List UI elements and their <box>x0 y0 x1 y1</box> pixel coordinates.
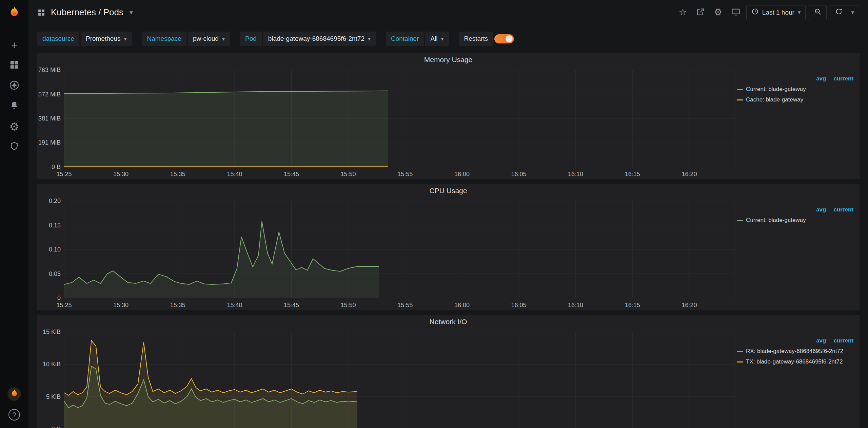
series-swatch-icon <box>737 351 743 352</box>
svg-text:15:55: 15:55 <box>397 171 413 178</box>
legend-sort-avg[interactable]: avg <box>816 337 826 344</box>
sidebar: + ⚙ <box>0 0 28 428</box>
series-name: RX: blade-gateway-68684695f6-2nt72 <box>746 348 843 355</box>
sidebar-item-server-admin[interactable] <box>7 141 21 153</box>
svg-text:16:10: 16:10 <box>568 302 583 309</box>
filter-namespace-label: Namespace <box>142 32 186 46</box>
series-swatch-icon <box>737 99 743 100</box>
navbar: Kubernetes / Pods ▾ ☆ ⚙ <box>28 0 868 25</box>
panel-cpu-usage: CPU Usage 00.050.100.150.2015:2515:3015:… <box>37 184 860 311</box>
dashboard-settings-button[interactable]: ⚙ <box>711 5 725 20</box>
panel-title[interactable]: Network I/O <box>37 315 860 329</box>
legend-sort-current[interactable]: current <box>833 206 853 213</box>
svg-text:16:05: 16:05 <box>511 171 526 178</box>
dashboards-icon <box>9 60 19 71</box>
sidebar-item-create[interactable]: + <box>7 39 21 52</box>
series-swatch-icon <box>737 361 743 362</box>
filter-pod-label: Pod <box>240 32 262 46</box>
refresh-icon <box>835 8 843 17</box>
sidebar-item-explore[interactable] <box>7 79 21 92</box>
restarts-toggle[interactable] <box>494 34 514 43</box>
filter-pod-value: blade-gateway-68684695f6-2nt72 <box>268 35 364 42</box>
svg-text:15:40: 15:40 <box>227 171 242 178</box>
shield-icon <box>9 141 19 153</box>
svg-text:15:50: 15:50 <box>341 302 356 309</box>
series-swatch-icon <box>737 220 743 221</box>
panel-memory-usage: Memory Usage 0 B191 MiB381 MiB572 MiB763… <box>37 53 860 180</box>
svg-text:763 MiB: 763 MiB <box>38 67 61 73</box>
svg-text:10 KiB: 10 KiB <box>43 361 61 368</box>
filter-pod-select[interactable]: blade-gateway-68684695f6-2nt72 ▾ <box>263 32 376 46</box>
zoom-out-button[interactable] <box>809 5 827 20</box>
zoom-out-icon <box>814 8 822 17</box>
legend-sort-avg[interactable]: avg <box>816 206 826 213</box>
divider <box>847 8 847 17</box>
svg-text:15:40: 15:40 <box>227 302 242 309</box>
cpu-usage-chart[interactable]: 00.050.100.150.2015:2515:3015:3515:4015:… <box>37 198 737 310</box>
filter-namespace-select[interactable]: pw-cloud ▾ <box>188 32 230 46</box>
chart-canvas[interactable]: 0 B191 MiB381 MiB572 MiB763 MiB15:2515:3… <box>37 67 737 179</box>
page-title: Kubernetes / Pods <box>51 7 123 18</box>
svg-text:15 KiB: 15 KiB <box>43 329 61 335</box>
panel-network-io: Network I/O 0 B5 KiB10 KiB15 KiB15:2515:… <box>37 315 860 428</box>
filter-container-select[interactable]: All ▾ <box>425 32 449 46</box>
chevron-down-icon: ▾ <box>851 9 854 16</box>
network-io-chart[interactable]: 0 B5 KiB10 KiB15 KiB15:2515:3015:3515:40… <box>37 329 737 428</box>
legend-sort-avg[interactable]: avg <box>816 75 826 82</box>
sidebar-item-dashboards[interactable] <box>7 59 21 72</box>
plus-icon: + <box>11 40 18 51</box>
gear-icon: ⚙ <box>9 121 19 132</box>
chevron-down-icon: ▾ <box>130 8 133 16</box>
panel-title[interactable]: Memory Usage <box>37 53 860 67</box>
sidebar-item-configuration[interactable]: ⚙ <box>7 120 21 133</box>
svg-text:15:45: 15:45 <box>284 171 299 178</box>
filter-container: Container All ▾ <box>386 32 449 46</box>
filter-namespace-value: pw-cloud <box>193 35 219 42</box>
time-range-picker[interactable]: Last 1 hour ▾ <box>746 5 806 20</box>
svg-text:0.15: 0.15 <box>49 222 61 229</box>
legend-item[interactable]: Cache: blade-gateway <box>737 96 853 103</box>
svg-text:16:15: 16:15 <box>625 302 640 309</box>
svg-text:16:10: 16:10 <box>568 171 583 178</box>
legend-item[interactable]: Current: blade-gateway <box>737 217 853 224</box>
help-icon: ? <box>12 411 16 419</box>
user-avatar[interactable] <box>7 387 21 401</box>
panel-title[interactable]: CPU Usage <box>37 184 860 198</box>
gear-icon: ⚙ <box>714 8 722 17</box>
cycle-view-button[interactable] <box>729 5 743 20</box>
filter-restarts: Restarts <box>459 32 514 46</box>
clock-icon <box>751 8 759 17</box>
legend: avg current Current: blade-gateway <box>737 198 860 310</box>
help-button[interactable]: ? <box>8 409 20 421</box>
legend-item[interactable]: TX: blade-gateway-68684695f6-2nt72 <box>737 358 853 365</box>
legend-sort-current[interactable]: current <box>833 75 853 82</box>
dashboard-panels: Memory Usage 0 B191 MiB381 MiB572 MiB763… <box>28 53 868 428</box>
restarts-label: Restarts <box>459 32 493 46</box>
filter-namespace: Namespace pw-cloud ▾ <box>142 32 230 46</box>
chart-canvas[interactable]: 0 B5 KiB10 KiB15 KiB15:2515:3015:3515:40… <box>37 329 737 428</box>
svg-text:0: 0 <box>57 295 61 301</box>
svg-text:0.10: 0.10 <box>49 246 61 253</box>
legend-item[interactable]: Current: blade-gateway <box>737 86 853 93</box>
svg-text:0.05: 0.05 <box>49 271 61 277</box>
sidebar-item-alerting[interactable] <box>7 100 21 113</box>
dashboard-title-button[interactable]: Kubernetes / Pods ▾ <box>37 7 133 18</box>
star-button[interactable]: ☆ <box>676 5 690 20</box>
svg-text:0.20: 0.20 <box>49 198 61 204</box>
svg-text:15:25: 15:25 <box>56 302 72 309</box>
refresh-picker[interactable]: ▾ <box>830 5 859 20</box>
filter-datasource-select[interactable]: Prometheus ▾ <box>81 32 132 46</box>
legend-item[interactable]: RX: blade-gateway-68684695f6-2nt72 <box>737 348 853 355</box>
dashboard-grid-icon <box>37 8 45 17</box>
share-button[interactable] <box>693 5 708 20</box>
chevron-down-icon: ▾ <box>222 36 225 42</box>
legend-sort-current[interactable]: current <box>833 337 853 344</box>
svg-text:15:55: 15:55 <box>397 302 413 309</box>
legend: avg current Current: blade-gatewayCache:… <box>737 67 860 179</box>
svg-text:15:35: 15:35 <box>170 171 185 178</box>
grafana-logo-icon[interactable] <box>6 5 22 21</box>
chart-canvas[interactable]: 00.050.100.150.2015:2515:3015:3515:4015:… <box>37 198 737 310</box>
memory-usage-chart[interactable]: 0 B191 MiB381 MiB572 MiB763 MiB15:2515:3… <box>37 67 737 179</box>
legend: avg current RX: blade-gateway-68684695f6… <box>737 329 860 428</box>
filter-container-value: All <box>430 35 437 42</box>
